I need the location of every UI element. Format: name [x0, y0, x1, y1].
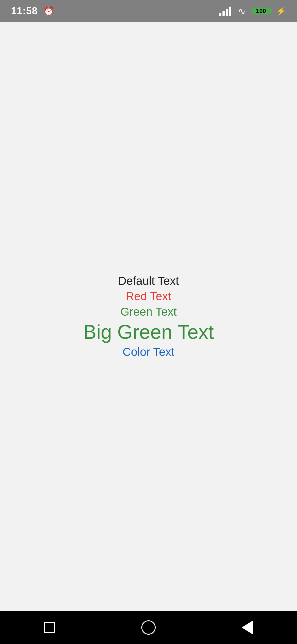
signal-bar-2: [222, 11, 225, 16]
signal-bar-3: [226, 9, 228, 16]
signal-bar-1: [219, 13, 221, 16]
recents-icon: [44, 622, 55, 633]
color-text: Color Text: [123, 345, 174, 359]
home-button[interactable]: [138, 616, 160, 638]
nav-bar: [0, 611, 297, 644]
green-text: Green Text: [120, 305, 177, 318]
status-bar-right: ∿ 100 ⚡: [219, 6, 286, 17]
alarm-icon: ⏰: [43, 6, 54, 16]
battery-icon: 100: [252, 7, 270, 15]
signal-icon: [219, 6, 231, 16]
back-button[interactable]: [237, 616, 258, 638]
bolt-icon: ⚡: [276, 7, 286, 16]
recents-button[interactable]: [38, 616, 61, 638]
phone-screen: 11:58 ⏰ ∿ 100 ⚡ Defaul: [0, 0, 297, 644]
status-bar-left: 11:58 ⏰: [11, 5, 54, 17]
default-text: Default Text: [118, 274, 179, 288]
status-time: 11:58: [11, 5, 38, 17]
battery-percent: 100: [256, 7, 266, 15]
home-icon: [141, 620, 156, 635]
red-text: Red Text: [126, 290, 171, 303]
battery-container: 100: [252, 7, 270, 15]
status-bar: 11:58 ⏰ ∿ 100 ⚡: [0, 0, 297, 22]
wifi-icon: ∿: [238, 6, 246, 17]
back-icon: [242, 620, 253, 635]
text-group: Default Text Red Text Green Text Big Gre…: [83, 274, 214, 359]
signal-bar-4: [229, 7, 231, 16]
main-content: Default Text Red Text Green Text Big Gre…: [0, 22, 297, 611]
big-green-text: Big Green Text: [83, 321, 214, 343]
